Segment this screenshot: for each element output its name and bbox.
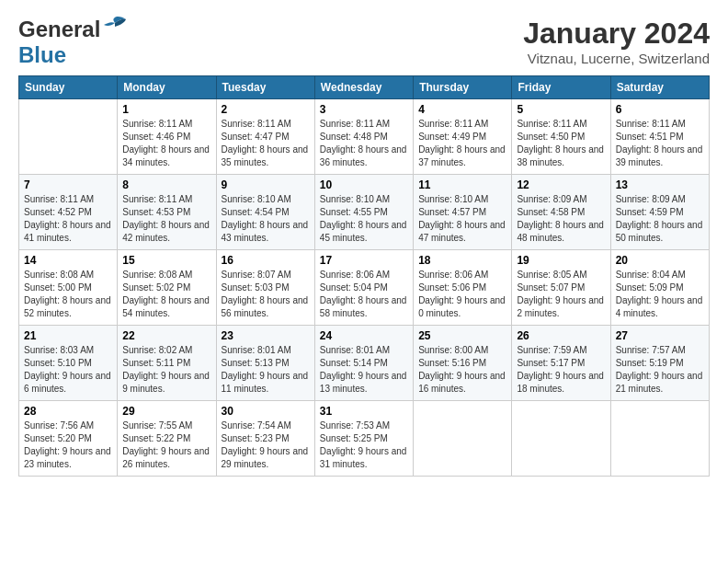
day-info: Sunrise: 8:01 AM Sunset: 5:14 PM Dayligh… [320, 344, 408, 396]
daylight-text: Daylight: 9 hours and 21 minutes. [616, 371, 703, 394]
sunset-text: Sunset: 5:11 PM [122, 358, 190, 368]
sunrise-text: Sunrise: 8:10 AM [222, 194, 291, 204]
calendar-week-row: 14 Sunrise: 8:08 AM Sunset: 5:00 PM Dayl… [19, 250, 710, 326]
table-row: 8 Sunrise: 8:11 AM Sunset: 4:53 PM Dayli… [118, 175, 216, 250]
sunrise-text: Sunrise: 8:09 AM [517, 194, 586, 204]
day-info: Sunrise: 8:04 AM Sunset: 5:09 PM Dayligh… [616, 269, 704, 320]
day-number: 1 [122, 103, 210, 116]
sunset-text: Sunset: 4:57 PM [418, 207, 486, 217]
day-number: 23 [222, 329, 310, 342]
daylight-text: Daylight: 9 hours and 4 minutes. [616, 295, 703, 318]
table-row: 17 Sunrise: 8:06 AM Sunset: 5:04 PM Dayl… [314, 250, 413, 326]
day-number: 21 [24, 329, 112, 342]
daylight-text: Daylight: 8 hours and 58 minutes. [320, 295, 407, 318]
sunset-text: Sunset: 4:53 PM [122, 207, 190, 217]
daylight-text: Daylight: 8 hours and 43 minutes. [222, 220, 309, 243]
table-row: 31 Sunrise: 7:53 AM Sunset: 5:25 PM Dayl… [314, 401, 413, 477]
col-thursday: Thursday [414, 76, 512, 99]
sunset-text: Sunset: 5:23 PM [222, 433, 290, 443]
day-info: Sunrise: 8:11 AM Sunset: 4:52 PM Dayligh… [24, 193, 112, 245]
daylight-text: Daylight: 9 hours and 23 minutes. [24, 446, 111, 469]
sunset-text: Sunset: 5:17 PM [517, 358, 585, 368]
day-number: 27 [616, 329, 704, 342]
table-row: 11 Sunrise: 8:10 AM Sunset: 4:57 PM Dayl… [414, 175, 512, 250]
logo-blue: Blue [18, 42, 66, 68]
sunset-text: Sunset: 4:54 PM [222, 207, 290, 217]
sunrise-text: Sunrise: 8:08 AM [24, 270, 94, 280]
day-number: 5 [517, 103, 605, 116]
sunset-text: Sunset: 5:13 PM [222, 358, 290, 368]
day-info: Sunrise: 8:05 AM Sunset: 5:07 PM Dayligh… [517, 269, 605, 320]
daylight-text: Daylight: 8 hours and 39 minutes. [616, 144, 703, 167]
sunrise-text: Sunrise: 8:09 AM [616, 194, 686, 204]
col-monday: Monday [118, 76, 216, 99]
calendar-week-row: 28 Sunrise: 7:56 AM Sunset: 5:20 PM Dayl… [19, 401, 710, 477]
sunrise-text: Sunrise: 7:56 AM [24, 420, 94, 431]
sunset-text: Sunset: 4:51 PM [616, 132, 684, 142]
day-info: Sunrise: 8:09 AM Sunset: 4:58 PM Dayligh… [517, 193, 605, 245]
day-info: Sunrise: 8:06 AM Sunset: 5:04 PM Dayligh… [320, 269, 408, 320]
sunset-text: Sunset: 5:02 PM [122, 282, 190, 293]
day-info: Sunrise: 8:10 AM Sunset: 4:57 PM Dayligh… [418, 193, 506, 245]
sunrise-text: Sunrise: 8:11 AM [320, 119, 390, 129]
daylight-text: Daylight: 9 hours and 0 minutes. [418, 295, 506, 318]
daylight-text: Daylight: 9 hours and 13 minutes. [320, 371, 407, 394]
day-info: Sunrise: 8:11 AM Sunset: 4:49 PM Dayligh… [418, 118, 506, 169]
sunrise-text: Sunrise: 8:00 AM [418, 345, 488, 355]
sunrise-text: Sunrise: 7:54 AM [222, 420, 291, 431]
daylight-text: Daylight: 8 hours and 42 minutes. [122, 220, 210, 243]
sunset-text: Sunset: 5:04 PM [320, 282, 388, 293]
sunrise-text: Sunrise: 8:11 AM [24, 194, 94, 204]
table-row: 30 Sunrise: 7:54 AM Sunset: 5:23 PM Dayl… [216, 401, 314, 477]
calendar-week-row: 7 Sunrise: 8:11 AM Sunset: 4:52 PM Dayli… [19, 175, 710, 250]
day-number: 7 [24, 178, 112, 191]
table-row: 6 Sunrise: 8:11 AM Sunset: 4:51 PM Dayli… [610, 99, 709, 175]
sunrise-text: Sunrise: 7:57 AM [616, 345, 686, 355]
table-row: 22 Sunrise: 8:02 AM Sunset: 5:11 PM Dayl… [118, 326, 216, 401]
sunrise-text: Sunrise: 8:10 AM [320, 194, 390, 204]
header: General Blue January 2024 Vitznau, Lucer… [18, 17, 710, 68]
table-row: 16 Sunrise: 8:07 AM Sunset: 5:03 PM Dayl… [216, 250, 314, 326]
table-row: 15 Sunrise: 8:08 AM Sunset: 5:02 PM Dayl… [118, 250, 216, 326]
day-number: 14 [24, 254, 112, 267]
day-info: Sunrise: 7:55 AM Sunset: 5:22 PM Dayligh… [122, 419, 210, 471]
day-info: Sunrise: 7:57 AM Sunset: 5:19 PM Dayligh… [616, 344, 704, 396]
day-info: Sunrise: 8:03 AM Sunset: 5:10 PM Dayligh… [24, 344, 112, 396]
day-number: 18 [418, 254, 506, 267]
logo-general: General [18, 17, 100, 42]
sunrise-text: Sunrise: 8:11 AM [517, 119, 586, 129]
day-info: Sunrise: 7:53 AM Sunset: 5:25 PM Dayligh… [320, 419, 408, 471]
day-info: Sunrise: 8:11 AM Sunset: 4:47 PM Dayligh… [222, 118, 310, 169]
day-number: 6 [616, 103, 704, 116]
table-row: 9 Sunrise: 8:10 AM Sunset: 4:54 PM Dayli… [216, 175, 314, 250]
table-row [19, 99, 118, 175]
month-title: January 2024 [523, 17, 710, 51]
day-info: Sunrise: 8:02 AM Sunset: 5:11 PM Dayligh… [122, 344, 210, 396]
day-number: 12 [517, 178, 605, 191]
calendar-header-row: Sunday Monday Tuesday Wednesday Thursday… [19, 76, 710, 99]
daylight-text: Daylight: 8 hours and 34 minutes. [122, 144, 210, 167]
sunset-text: Sunset: 4:55 PM [320, 207, 388, 217]
daylight-text: Daylight: 8 hours and 41 minutes. [24, 220, 111, 243]
daylight-text: Daylight: 9 hours and 2 minutes. [517, 295, 604, 318]
sunset-text: Sunset: 5:22 PM [122, 433, 190, 443]
table-row: 7 Sunrise: 8:11 AM Sunset: 4:52 PM Dayli… [19, 175, 118, 250]
table-row [512, 401, 610, 477]
sunset-text: Sunset: 4:50 PM [517, 132, 585, 142]
col-wednesday: Wednesday [314, 76, 413, 99]
sunset-text: Sunset: 5:20 PM [24, 433, 92, 443]
daylight-text: Daylight: 8 hours and 47 minutes. [418, 220, 506, 243]
daylight-text: Daylight: 8 hours and 36 minutes. [320, 144, 407, 167]
day-number: 25 [418, 329, 506, 342]
day-number: 9 [222, 178, 310, 191]
bird-icon [102, 16, 128, 36]
day-info: Sunrise: 8:11 AM Sunset: 4:48 PM Dayligh… [320, 118, 408, 169]
day-number: 20 [616, 254, 704, 267]
daylight-text: Daylight: 8 hours and 45 minutes. [320, 220, 407, 243]
day-info: Sunrise: 8:08 AM Sunset: 5:02 PM Dayligh… [122, 269, 210, 320]
day-number: 13 [616, 178, 704, 191]
table-row: 14 Sunrise: 8:08 AM Sunset: 5:00 PM Dayl… [19, 250, 118, 326]
daylight-text: Daylight: 9 hours and 31 minutes. [320, 446, 407, 469]
sunset-text: Sunset: 5:19 PM [616, 358, 684, 368]
sunrise-text: Sunrise: 8:01 AM [320, 345, 390, 355]
